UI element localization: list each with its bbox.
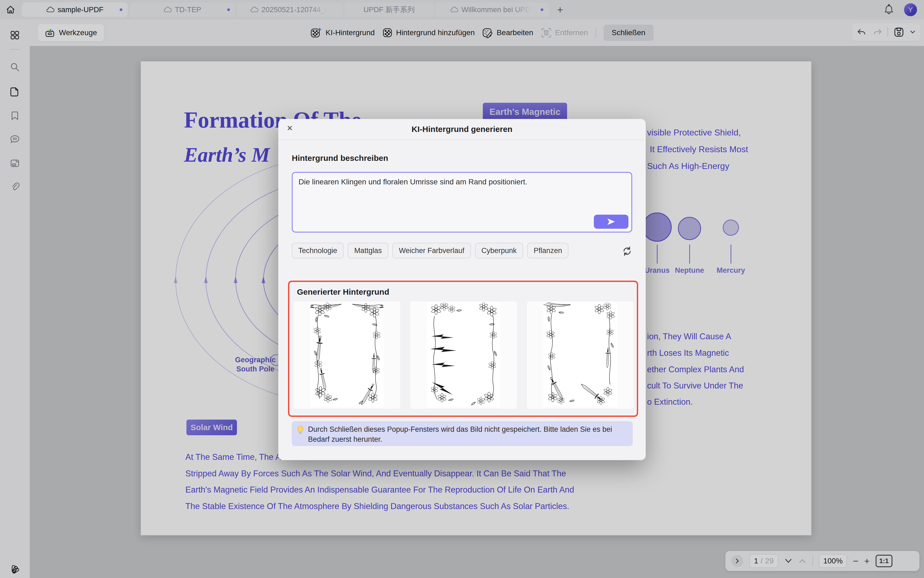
prompt-textarea[interactable]: Die linearen Klingen und floralen Umriss…	[292, 172, 632, 232]
thumbnail-art	[427, 302, 500, 408]
generate-send-button[interactable]	[594, 215, 628, 229]
thumbnail-art	[310, 302, 384, 408]
refresh-tags-icon[interactable]	[621, 245, 633, 257]
modal-header: KI-Hintergrund generieren	[278, 119, 646, 140]
describe-label: Hintergrund beschreiben	[292, 154, 388, 163]
generated-thumbnail-3[interactable]	[527, 301, 634, 409]
generated-section: Generierter Hintergrund	[288, 281, 638, 417]
tag-technologie[interactable]: Technologie	[292, 243, 344, 258]
modal-title: KI-Hintergrund generieren	[411, 125, 512, 134]
tag-pflanzen[interactable]: Pflanzen	[527, 243, 568, 258]
prompt-tags: Technologie Mattglas Weicher Farbverlauf…	[292, 243, 568, 258]
tag-weicher-farbverlauf[interactable]: Weicher Farbverlauf	[392, 243, 471, 258]
generated-label: Generierter Hintergrund	[297, 287, 389, 297]
tag-mattglas[interactable]: Mattglas	[348, 243, 388, 258]
lightbulb-icon	[297, 425, 304, 435]
app-window: sample-UPDF TD-TEP 20250521-120744_Co UP…	[0, 0, 924, 578]
prompt-area: Die linearen Klingen und floralen Umriss…	[292, 172, 632, 232]
thumbnail-art	[544, 302, 617, 408]
notice-text: Durch Schließen dieses Popup-Fensters wi…	[308, 424, 613, 445]
close-icon[interactable]: ×	[287, 123, 293, 133]
generated-thumbnail-1[interactable]	[293, 301, 401, 409]
send-arrow-icon	[607, 218, 615, 225]
notice-banner: Durch Schließen dieses Popup-Fensters wi…	[292, 421, 633, 446]
tag-cyberpunk[interactable]: Cyberpunk	[475, 243, 523, 258]
generated-thumbnails	[293, 301, 634, 409]
ai-background-modal: KI-Hintergrund generieren × Hintergrund …	[278, 119, 646, 460]
generated-thumbnail-2[interactable]	[410, 301, 517, 409]
